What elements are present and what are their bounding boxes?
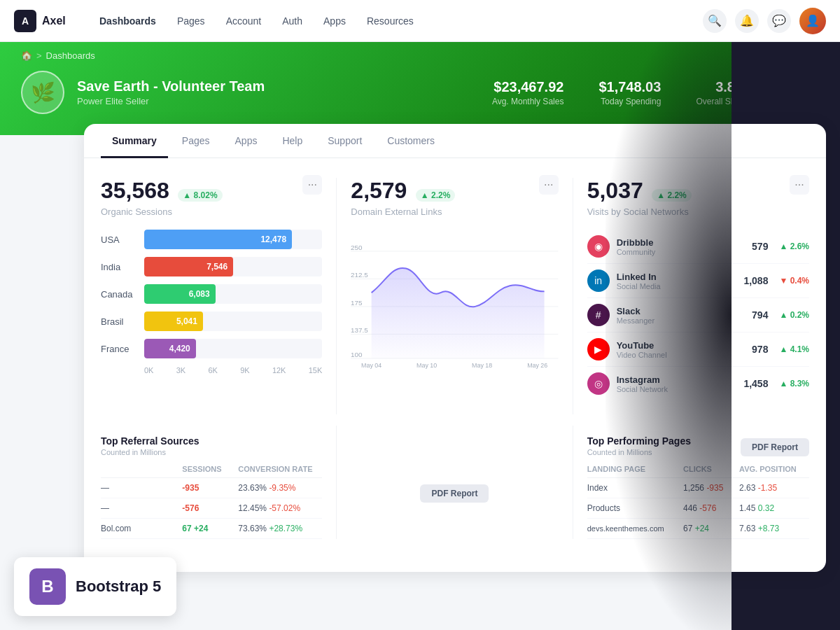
nav-pages[interactable]: Pages bbox=[169, 11, 214, 31]
line-chart-area: 250 212.5 175 137.5 100 bbox=[351, 230, 558, 372]
perf-col-clicks: CLICKS bbox=[683, 465, 739, 473]
domain-links-panel: 2,579 ▲ 2.2% ··· Domain External Links 2… bbox=[337, 178, 573, 414]
tab-customers[interactable]: Customers bbox=[376, 124, 446, 158]
referral-row3-sessions: 67 +24 bbox=[182, 524, 238, 533]
nav-dashboards[interactable]: Dashboards bbox=[91, 11, 164, 31]
domain-links-value: 2,579 bbox=[351, 178, 407, 203]
referral-row2-sessions: -576 bbox=[182, 503, 238, 513]
messages-button[interactable]: 💬 bbox=[767, 9, 791, 33]
brand-name: Axel bbox=[42, 15, 66, 27]
organic-sessions-value: 35,568 bbox=[101, 178, 169, 203]
top-navigation: A Axel Dashboards Pages Account Auth App… bbox=[0, 0, 840, 42]
referral-row3-rate: 73.63% +28.73% bbox=[238, 524, 322, 533]
nav-account[interactable]: Account bbox=[218, 11, 270, 31]
referral-col-rate: CONVERSION RATE bbox=[238, 465, 322, 473]
country-bar-chart: USA 12,478 India 7,546 Canada 6,083 Bras… bbox=[101, 230, 322, 358]
referral-row1-rate: 23.63% -9.35% bbox=[238, 483, 322, 493]
perf-row2-clicks: 446 -576 bbox=[683, 503, 739, 513]
profile-avatar: 🌿 bbox=[21, 71, 64, 114]
bar-fill: 6,083 bbox=[144, 284, 216, 304]
organic-sessions-badge: ▲ 8.02% bbox=[178, 189, 222, 202]
perf-row1-clicks: 1,256 -935 bbox=[683, 483, 739, 493]
social-platform-icon: ▶ bbox=[587, 338, 610, 360]
domain-links-label: Domain External Links bbox=[351, 206, 558, 217]
bar-country-label: USA bbox=[101, 234, 137, 245]
profile-role: Power Elite Seller bbox=[77, 96, 479, 106]
bar-fill: 5,041 bbox=[144, 312, 203, 331]
social-count: 978 bbox=[752, 344, 768, 355]
nav-apps[interactable]: Apps bbox=[315, 11, 354, 31]
perf-row1-page: Index bbox=[587, 483, 683, 493]
metrics-grid: 35,568 ▲ 8.02% ··· Organic Sessions USA … bbox=[84, 158, 826, 426]
social-info: YouTube Video Channel bbox=[617, 340, 745, 359]
social-visits-badge: ▲ 2.2% bbox=[652, 189, 692, 202]
perf-row-1: Index 1,256 -935 2.63 -1.35 bbox=[587, 478, 809, 498]
social-info: Dribbble Community bbox=[617, 237, 745, 256]
stat-monthly-sales: $23,467.92 Avg. Monthly Sales bbox=[492, 79, 564, 106]
social-name: Dribbble bbox=[617, 237, 745, 248]
svg-text:175: 175 bbox=[351, 299, 363, 307]
stat-today-spending-label: Today Spending bbox=[598, 97, 661, 106]
tab-pages[interactable]: Pages bbox=[171, 124, 221, 158]
domain-links-badge: ▲ 2.2% bbox=[416, 189, 456, 202]
tab-help[interactable]: Help bbox=[271, 124, 314, 158]
social-count: 1,088 bbox=[743, 275, 768, 286]
svg-text:250: 250 bbox=[351, 244, 363, 251]
bar-chart-row: Brasil 5,041 bbox=[101, 312, 322, 331]
main-dashboard-card: Summary Pages Apps Help Support Customer… bbox=[84, 124, 826, 572]
stat-monthly-sales-label: Avg. Monthly Sales bbox=[492, 97, 564, 106]
referral-row2-name: — bbox=[101, 503, 182, 513]
social-info: Instagram Social Network bbox=[617, 374, 737, 393]
tab-support[interactable]: Support bbox=[316, 124, 373, 158]
performing-pdf-button[interactable]: PDF Report bbox=[741, 438, 809, 456]
perf-col-page: LANDING PAGE bbox=[587, 465, 683, 473]
domain-links-options[interactable]: ··· bbox=[539, 175, 559, 195]
social-visits-options[interactable]: ··· bbox=[790, 175, 809, 195]
social-change: ▲ 4.1% bbox=[779, 344, 809, 354]
performing-title: Top Performing Pages bbox=[587, 435, 691, 447]
referral-subtitle: Counted in Millions bbox=[101, 448, 322, 456]
bar-country-label: Canada bbox=[101, 289, 137, 300]
bar-axis-label: 6K bbox=[208, 366, 217, 374]
social-count: 794 bbox=[752, 309, 768, 321]
social-info: Slack Messanger bbox=[617, 306, 745, 325]
nav-right-actions: 🔍 🔔 💬 👤 bbox=[703, 8, 826, 34]
referral-col-sessions: SESSIONS bbox=[182, 465, 238, 473]
bar-country-label: India bbox=[101, 262, 137, 272]
profile-details: Save Earth - Volunteer Team Power Elite … bbox=[77, 78, 479, 106]
bar-axis-label: 0K bbox=[144, 366, 153, 374]
user-avatar[interactable]: 👤 bbox=[799, 8, 826, 34]
nav-resources[interactable]: Resources bbox=[358, 11, 422, 31]
breadcrumb-home-icon[interactable]: 🏠 bbox=[21, 50, 32, 61]
bar-value: 4,420 bbox=[169, 344, 190, 354]
perf-row2-page: Products bbox=[587, 503, 683, 513]
brand-icon: A bbox=[14, 10, 36, 32]
referral-row3-name: Bol.com bbox=[101, 524, 182, 533]
svg-text:May 04: May 04 bbox=[361, 362, 382, 369]
tab-apps[interactable]: Apps bbox=[224, 124, 269, 158]
social-name: Linked In bbox=[617, 272, 737, 282]
social-change: ▲ 2.6% bbox=[779, 241, 809, 251]
social-visits-value: 5,037 bbox=[587, 178, 643, 203]
bar-chart-row: Canada 6,083 bbox=[101, 284, 322, 304]
svg-text:212.5: 212.5 bbox=[351, 271, 368, 279]
perf-row3-page: devs.keenthemes.com bbox=[587, 524, 683, 533]
pdf-report-button[interactable]: PDF Report bbox=[420, 484, 489, 503]
social-category: Social Media bbox=[617, 282, 737, 290]
tab-summary[interactable]: Summary bbox=[101, 124, 168, 158]
social-category: Video Channel bbox=[617, 351, 745, 359]
brand-logo-area[interactable]: A Axel bbox=[14, 10, 70, 32]
social-visits-panel: 5,037 ▲ 2.2% ··· Visits by Social Networ… bbox=[573, 178, 809, 414]
notifications-button[interactable]: 🔔 bbox=[735, 9, 759, 33]
bar-wrap: 5,041 bbox=[144, 312, 322, 331]
bar-chart-row: India 7,546 bbox=[101, 257, 322, 276]
social-network-row: in Linked In Social Media 1,088 ▼ 0.4% bbox=[587, 264, 809, 298]
bar-wrap: 12,478 bbox=[144, 230, 322, 249]
bar-value: 7,546 bbox=[206, 262, 227, 272]
perf-col-position: AVG. POSITION bbox=[739, 465, 809, 473]
organic-sessions-options[interactable]: ··· bbox=[302, 175, 322, 195]
svg-text:100: 100 bbox=[351, 351, 363, 358]
nav-auth[interactable]: Auth bbox=[274, 11, 311, 31]
search-button[interactable]: 🔍 bbox=[703, 9, 727, 33]
referral-col-name bbox=[101, 465, 182, 473]
